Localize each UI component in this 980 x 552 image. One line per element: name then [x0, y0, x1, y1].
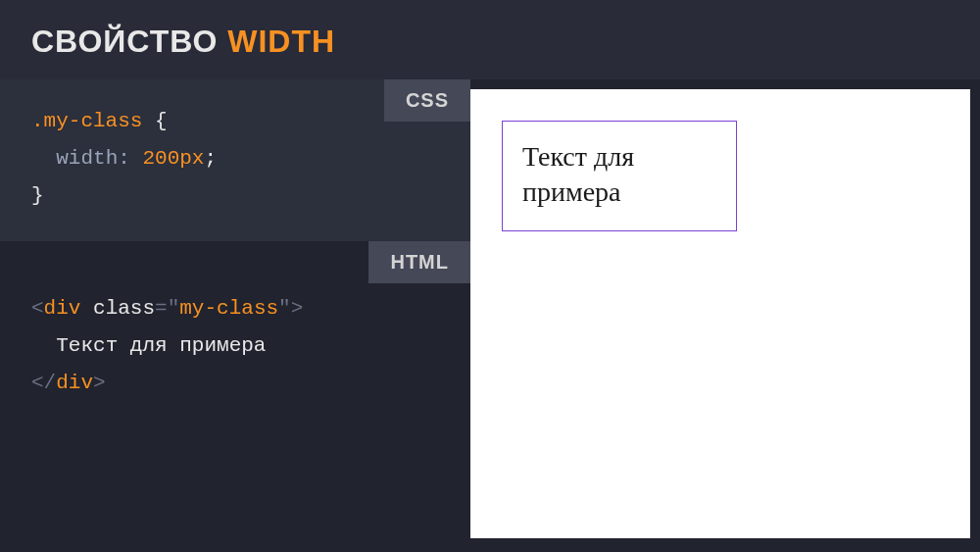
html-tag-open: div — [44, 297, 81, 320]
css-value: 200px — [142, 147, 204, 170]
css-selector: .my-class — [31, 110, 142, 132]
html-lt1: < — [31, 297, 44, 320]
css-property: width — [56, 147, 118, 170]
html-tab-label: HTML — [368, 241, 470, 283]
html-tag-close: div — [56, 372, 93, 394]
example-box: Текст для примера — [502, 121, 737, 231]
html-space — [80, 297, 93, 320]
title-prefix: СВОЙСТВО — [31, 24, 227, 59]
html-gt2: > — [93, 372, 106, 394]
css-brace-close: } — [31, 184, 44, 207]
slide-title: СВОЙСТВО WIDTH — [31, 24, 949, 60]
html-gt1: > — [291, 297, 304, 320]
css-tab-label: CSS — [384, 79, 470, 122]
html-attr: class — [93, 297, 155, 320]
html-lt2: </ — [31, 372, 56, 394]
html-q2: " — [278, 297, 291, 320]
css-code: .my-class { width: 200px; } — [31, 103, 439, 214]
html-q1: " — [168, 297, 180, 320]
code-panels: CSS .my-class { width: 200px; } HTML <di… — [0, 79, 470, 548]
css-brace-open: { — [142, 110, 167, 132]
example-text: Текст для примера — [522, 141, 634, 207]
preview-panel: Текст для примера — [470, 89, 970, 538]
html-panel: HTML <div class="my-class"> Текст для пр… — [0, 241, 470, 548]
html-text: Текст для примера — [56, 334, 266, 357]
content-area: CSS .my-class { width: 200px; } HTML <di… — [0, 79, 980, 548]
html-eq: = — [155, 297, 168, 320]
css-indent — [31, 147, 56, 170]
slide-header: СВОЙСТВО WIDTH — [0, 0, 980, 79]
html-indent — [31, 334, 56, 357]
css-panel: CSS .my-class { width: 200px; } — [0, 79, 470, 241]
css-semicolon: ; — [204, 147, 217, 170]
html-code: <div class="my-class"> Текст для примера… — [31, 290, 439, 401]
css-colon: : — [118, 147, 142, 170]
title-accent: WIDTH — [227, 24, 335, 59]
html-attr-val: my-class — [179, 297, 278, 320]
